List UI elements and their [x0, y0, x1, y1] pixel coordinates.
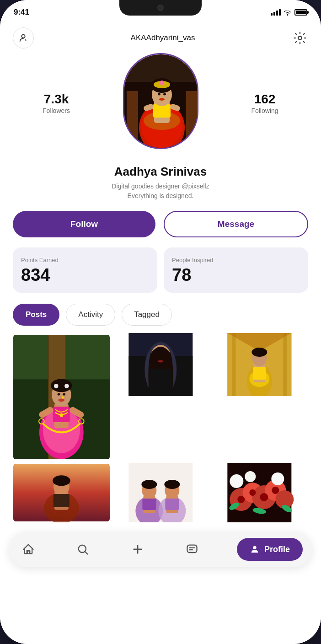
svg-point-40 [59, 398, 65, 402]
svg-point-41 [59, 413, 63, 417]
avatar-image [124, 54, 197, 148]
chat-nav-button[interactable] [182, 539, 202, 559]
edit-profile-button[interactable] [13, 27, 34, 48]
person-edit-icon [18, 33, 28, 43]
people-card: People Inspired 78 [164, 247, 308, 293]
profile-header: AKAAdhyarini_vas [0, 23, 321, 48]
photo-item-6[interactable] [211, 463, 308, 522]
bottom-nav: Profile [9, 531, 312, 567]
svg-point-39 [62, 397, 64, 399]
svg-point-91 [230, 474, 244, 488]
svg-point-0 [21, 35, 25, 38]
svg-point-65 [53, 475, 70, 486]
svg-point-35 [54, 384, 59, 388]
battery-icon [294, 9, 307, 16]
svg-point-17 [161, 97, 162, 98]
svg-point-36 [64, 384, 69, 388]
status-time: 9:41 [14, 8, 29, 17]
chat-icon [186, 543, 198, 556]
people-value: 78 [172, 266, 300, 284]
photo-item-4[interactable] [13, 463, 110, 522]
scroll-content[interactable]: AKAAdhyarini_vas 7.3k Followers [0, 23, 321, 644]
photo-item-5[interactable] [112, 463, 209, 522]
svg-point-72 [141, 480, 157, 489]
signal-icon [271, 9, 281, 16]
bottom-spacer [0, 522, 321, 531]
following-count: 162 [221, 92, 308, 107]
username-display: AKAAdhyarini_vas [131, 33, 195, 43]
svg-point-16 [163, 93, 166, 96]
svg-point-47 [162, 355, 165, 358]
svg-point-77 [164, 480, 180, 489]
svg-rect-5 [186, 91, 197, 148]
settings-button[interactable] [292, 30, 308, 46]
points-card: Points Earned 834 [13, 247, 157, 293]
points-label: Points Earned [21, 257, 149, 263]
followers-count: 7.3k [13, 92, 100, 107]
svg-point-92 [245, 471, 256, 482]
search-nav-button[interactable] [73, 539, 93, 559]
points-value: 834 [21, 266, 149, 284]
photo-item-large[interactable] [13, 333, 110, 461]
svg-point-14 [160, 80, 164, 85]
svg-rect-66 [54, 494, 70, 507]
avatar-container [100, 53, 221, 154]
svg-rect-70 [142, 499, 156, 510]
following-block[interactable]: 162 Following [221, 92, 308, 115]
svg-point-87 [238, 496, 245, 503]
profile-nav-icon [250, 544, 260, 554]
stats-row: 7.3k Followers [13, 53, 308, 154]
photo-grid-row2 [13, 463, 308, 522]
camera-dot [157, 5, 164, 11]
profile-section: 7.3k Followers [0, 48, 321, 201]
followers-block[interactable]: 7.3k Followers [13, 92, 100, 115]
people-label: People Inspired [172, 257, 300, 263]
status-icons [271, 9, 307, 16]
svg-point-93 [272, 472, 284, 485]
search-icon [76, 543, 89, 556]
profile-bio: Digital goodies designer @pixsellz Every… [112, 182, 209, 201]
svg-point-1 [298, 36, 302, 40]
svg-point-90 [272, 487, 279, 494]
profile-nav-label: Profile [264, 545, 290, 554]
svg-point-59 [252, 348, 268, 357]
svg-point-89 [260, 493, 268, 501]
svg-rect-52 [232, 333, 236, 396]
photo-item-3[interactable] [211, 333, 308, 396]
gear-icon [293, 31, 307, 45]
follow-button[interactable]: Follow [13, 211, 155, 237]
wifi-icon [284, 9, 292, 16]
svg-rect-53 [284, 333, 287, 396]
svg-point-48 [158, 360, 163, 363]
svg-point-37 [58, 393, 60, 396]
avatar-border [123, 53, 198, 149]
action-buttons: Follow Message [0, 211, 321, 237]
message-button[interactable]: Message [164, 211, 308, 237]
svg-rect-96 [187, 545, 197, 553]
tabs-row: Posts Activity Tagged [13, 304, 308, 326]
svg-point-38 [63, 393, 65, 396]
svg-rect-57 [253, 367, 266, 380]
stats-cards: Points Earned 834 People Inspired 78 [13, 247, 308, 293]
photo-item-2[interactable] [112, 333, 209, 396]
svg-point-46 [156, 355, 159, 358]
profile-name: Aadhya Srinivas [114, 165, 207, 179]
home-icon [22, 543, 35, 556]
tab-tagged[interactable]: Tagged [122, 304, 172, 326]
svg-rect-49 [149, 369, 172, 396]
svg-point-15 [158, 93, 160, 96]
phone-frame: 9:41 [0, 0, 321, 644]
tab-posts[interactable]: Posts [13, 304, 59, 326]
svg-point-18 [159, 98, 165, 101]
phone-screen: 9:41 [0, 0, 321, 644]
add-icon [131, 543, 144, 556]
followers-label: Followers [13, 107, 100, 114]
add-nav-button[interactable] [128, 539, 148, 559]
home-nav-button[interactable] [18, 539, 38, 559]
svg-rect-75 [165, 499, 179, 510]
tab-activity[interactable]: Activity [66, 304, 115, 326]
profile-nav-button[interactable]: Profile [237, 538, 303, 561]
svg-rect-4 [127, 91, 138, 148]
svg-point-88 [250, 489, 256, 496]
following-label: Following [221, 107, 308, 114]
